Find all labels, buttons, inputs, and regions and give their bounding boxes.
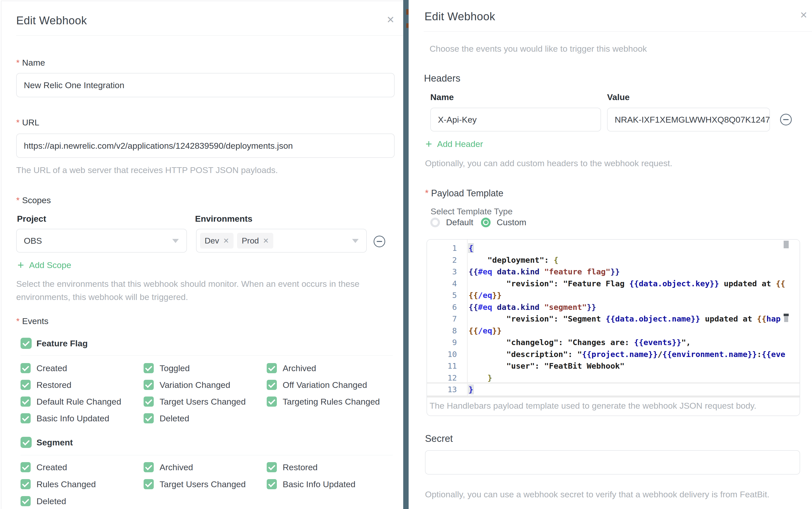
event-checkbox-item[interactable]: Restored <box>267 462 390 472</box>
event-checkbox-item[interactable]: Targeting Rules Changed <box>267 397 390 407</box>
code-text: } <box>468 385 473 394</box>
event-checkbox-item[interactable]: Default Rule Changed <box>21 397 144 407</box>
header-value-input[interactable]: NRAK-IXF1XEMGLWWHXQ8Q07K12473M <box>607 108 770 132</box>
chevron-down-icon <box>172 239 179 243</box>
radio-checked-icon <box>481 217 491 227</box>
event-checkbox-item[interactable]: Target Users Changed <box>144 479 267 489</box>
checkbox-checked-icon[interactable] <box>144 413 154 423</box>
event-checkbox-label: Deleted <box>160 413 189 423</box>
select-template-type-label: Select Template Type <box>431 206 513 216</box>
checkbox-checked-icon[interactable] <box>21 437 32 448</box>
tag-remove-icon[interactable]: ✕ <box>223 237 229 245</box>
scrollbar-thumb[interactable] <box>784 241 789 248</box>
code-line-5: 5{{/eq}} <box>427 289 800 301</box>
project-select[interactable]: OBS <box>16 229 187 252</box>
code-text: "revision": "Feature Flag {{data.object.… <box>468 279 785 288</box>
code-line-13: 13} <box>427 383 800 396</box>
checkbox-checked-icon[interactable] <box>21 338 32 349</box>
event-checkbox-item[interactable]: Toggled <box>144 363 267 373</box>
checkbox-checked-icon[interactable] <box>21 496 31 506</box>
checkbox-checked-icon[interactable] <box>21 479 31 489</box>
tag-remove-icon[interactable]: ✕ <box>263 237 269 245</box>
checkbox-checked-icon[interactable] <box>21 380 31 390</box>
checkbox-checked-icon[interactable] <box>144 462 154 472</box>
checkbox-checked-icon[interactable] <box>144 380 154 390</box>
checkbox-checked-icon[interactable] <box>267 479 277 489</box>
event-checkbox-label: Toggled <box>160 363 190 373</box>
checkbox-checked-icon[interactable] <box>267 462 277 472</box>
close-icon[interactable]: ✕ <box>800 11 807 20</box>
secret-input[interactable] <box>425 450 800 475</box>
remove-scope-button[interactable] <box>374 236 385 247</box>
event-checkbox-item[interactable]: Variation Changed <box>144 380 267 390</box>
chevron-down-icon <box>352 239 359 243</box>
line-number: 3 <box>427 266 457 278</box>
code-text: } <box>468 373 492 382</box>
webhook-url-input[interactable]: https://api.newrelic.com/v2/applications… <box>16 134 395 158</box>
template-type-radio-custom[interactable]: Custom <box>481 217 526 227</box>
event-checkbox-item[interactable]: Deleted <box>144 413 267 423</box>
checkbox-checked-icon[interactable] <box>21 462 31 472</box>
checkbox-checked-icon[interactable] <box>144 363 154 373</box>
code-area[interactable]: 1{2 "deployment": {3{{#eq data.kind "fea… <box>427 240 800 396</box>
environments-select[interactable]: Dev✕Prod✕ <box>196 229 367 252</box>
checkbox-checked-icon[interactable] <box>21 397 31 407</box>
events-label: * Events <box>16 316 48 326</box>
horizontal-scrollbar[interactable] <box>427 396 800 398</box>
template-type-radio-default[interactable]: Default <box>430 217 473 227</box>
code-line-9: 9 "changelog": "Changes are: {{events}}"… <box>427 336 800 348</box>
edit-webhook-modal-right: Edit Webhook ✕ Choose the events you wou… <box>409 0 812 509</box>
header-name-input[interactable]: X-Api-Key <box>430 108 601 132</box>
payload-template-editor[interactable]: 1{2 "deployment": {3{{#eq data.kind "fea… <box>426 239 800 416</box>
code-line-10: 10 "description": "{{project.name}}/{{en… <box>427 348 800 360</box>
event-checkbox-item[interactable]: Rules Changed <box>21 479 144 489</box>
add-scope-button[interactable]: + Add Scope <box>17 260 71 271</box>
line-number: 8 <box>427 325 457 337</box>
event-checkbox-item[interactable]: Basic Info Updated <box>21 413 144 423</box>
event-group-header: Segment <box>21 437 393 448</box>
header-divider <box>424 31 812 32</box>
event-checkbox-label: Restored <box>283 462 318 472</box>
payload-template-help-text: The Handlebars payload template used to … <box>429 401 756 411</box>
event-checkbox-item[interactable]: Archived <box>267 363 390 373</box>
header-divider <box>16 35 403 36</box>
project-select-value: OBS <box>24 229 42 252</box>
checkbox-checked-icon[interactable] <box>267 397 277 407</box>
checkbox-checked-icon[interactable] <box>21 363 31 373</box>
event-checkbox-item[interactable]: Deleted <box>21 496 144 506</box>
webhook-name-input[interactable]: New Relic One Integration <box>16 73 395 97</box>
checkbox-checked-icon[interactable] <box>144 479 154 489</box>
required-asterisk-icon: * <box>16 117 20 128</box>
event-checkbox-item[interactable]: Archived <box>144 462 267 472</box>
headers-help-text: Optionally, you can add custom headers t… <box>425 157 672 170</box>
required-asterisk-icon: * <box>425 188 428 199</box>
checkbox-checked-icon[interactable] <box>21 413 31 423</box>
line-number: 11 <box>427 360 457 372</box>
line-number: 1 <box>427 242 457 254</box>
event-checkbox-item[interactable]: Target Users Changed <box>144 397 267 407</box>
environment-tag-label: Dev <box>205 236 219 245</box>
event-checkbox-label: Target Users Changed <box>160 479 246 489</box>
line-number: 6 <box>427 301 457 313</box>
event-checkbox-item[interactable]: Restored <box>21 380 144 390</box>
event-checkbox-item[interactable]: Basic Info Updated <box>267 479 390 489</box>
event-checkbox-item[interactable]: Created <box>21 363 144 373</box>
event-checkbox-label: Archived <box>160 462 193 472</box>
line-number: 10 <box>427 348 457 360</box>
close-icon[interactable]: ✕ <box>387 15 395 25</box>
event-checkbox-item[interactable]: Off Variation Changed <box>267 380 390 390</box>
checkbox-checked-icon[interactable] <box>267 380 277 390</box>
event-checkbox-label: Restored <box>36 380 71 390</box>
event-checkbox-item[interactable]: Created <box>21 462 144 472</box>
code-text: "revision": "Segment {{data.object.name}… <box>468 314 781 323</box>
event-checkbox-grid: CreatedArchivedRestoredRules ChangedTarg… <box>21 462 393 506</box>
event-checkbox-label: Basic Info Updated <box>283 479 355 489</box>
plus-icon: + <box>425 138 432 149</box>
vertical-scrollbar[interactable] <box>784 241 789 396</box>
modal-title: Edit Webhook <box>16 14 87 27</box>
checkbox-checked-icon[interactable] <box>144 397 154 407</box>
remove-header-button[interactable] <box>780 114 792 126</box>
line-number: 13 <box>427 383 457 396</box>
add-header-button[interactable]: + Add Header <box>425 138 483 149</box>
checkbox-checked-icon[interactable] <box>267 363 277 373</box>
